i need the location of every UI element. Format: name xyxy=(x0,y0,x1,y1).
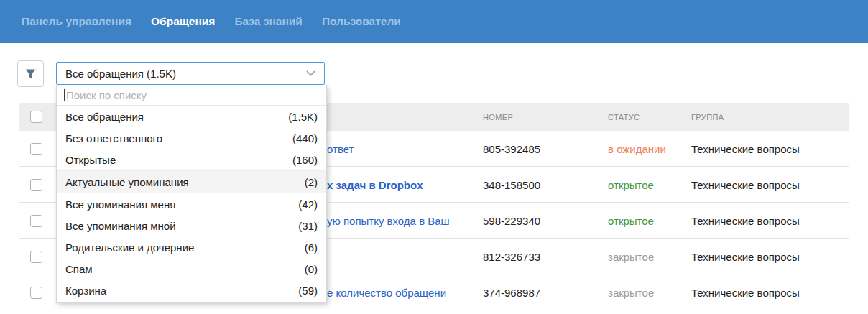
row-checkbox[interactable] xyxy=(30,215,42,227)
ticket-status: закрытое xyxy=(608,239,687,274)
row-checkbox[interactable] xyxy=(30,287,42,299)
ticket-group: Технические вопросы xyxy=(691,167,849,203)
filter-option-spam[interactable]: Спам (0) xyxy=(57,259,326,280)
ticket-number: 598-229340 xyxy=(483,203,598,239)
filter-option-mentions-by-me[interactable]: Все упоминания мной (31) xyxy=(57,216,326,237)
row-checkbox[interactable] xyxy=(30,179,42,191)
column-header-group: ГРУППА xyxy=(691,103,724,131)
ticket-number: 374-968987 xyxy=(483,274,598,310)
ticket-subject-link[interactable]: е количество обращени xyxy=(327,287,446,299)
filter-dropdown-panel: Все обращения (1.5K) Без ответственного … xyxy=(56,85,327,303)
option-count: (42) xyxy=(298,198,318,211)
text-cursor xyxy=(64,89,65,101)
option-count: (31) xyxy=(298,220,318,232)
row-checkbox[interactable] xyxy=(30,251,42,263)
filter-option-trash[interactable]: Корзина (59) xyxy=(57,280,326,302)
row-checkbox[interactable] xyxy=(30,143,42,155)
option-count: (59) xyxy=(298,285,318,297)
funnel-icon xyxy=(25,69,36,79)
ticket-subject-link[interactable]: ую попытку входа в Ваш xyxy=(327,215,450,227)
tab-tickets[interactable]: Обращения xyxy=(151,15,215,28)
filter-option-open[interactable]: Открытые (160) xyxy=(57,149,326,170)
ticket-number: 348-158500 xyxy=(483,167,598,203)
ticket-filter-select[interactable]: Все обращения (1.5K) xyxy=(56,62,325,85)
option-count: (1.5K) xyxy=(288,111,318,123)
top-nav: Панель управления Обращения База знаний … xyxy=(0,0,868,43)
ticket-status: в ожидании xyxy=(608,131,687,167)
dropdown-search[interactable] xyxy=(57,85,326,106)
chevron-down-icon xyxy=(306,70,315,76)
filter-option-actual-mentions[interactable]: Актуальные упоминания (2) xyxy=(57,170,326,193)
option-count: (0) xyxy=(305,263,318,275)
option-label: Все упоминания меня xyxy=(65,198,175,211)
option-label: Корзина xyxy=(65,285,106,297)
tab-knowledge-base[interactable]: База знаний xyxy=(234,15,302,28)
column-header-status: СТАТУС xyxy=(608,103,640,131)
option-label: Все упоминания мной xyxy=(65,220,176,232)
option-label: Актуальные упоминания xyxy=(65,176,189,188)
option-count: (160) xyxy=(292,154,318,166)
filter-option-mentions-of-me[interactable]: Все упоминания меня (42) xyxy=(57,193,326,215)
select-all-checkbox[interactable] xyxy=(30,111,42,123)
ticket-status: открытое xyxy=(608,167,687,203)
ticket-number: 805-392485 xyxy=(483,131,598,167)
option-label: Родительские и дочерние xyxy=(65,241,194,254)
column-header-number: НОМЕР xyxy=(483,103,513,131)
ticket-status: открытое xyxy=(608,203,687,239)
option-label: Все обращения xyxy=(65,111,144,123)
ticket-group: Технические вопросы xyxy=(691,239,849,274)
option-count: (440) xyxy=(292,132,318,144)
filter-option-parent-child[interactable]: Родительские и дочерние (6) xyxy=(57,237,326,259)
ticket-status: закрытое xyxy=(608,274,687,310)
option-label: Без ответственного xyxy=(65,132,162,144)
helpdesk-app: Панель управления Обращения База знаний … xyxy=(0,0,868,314)
option-count: (2) xyxy=(305,176,318,188)
filter-option-unassigned[interactable]: Без ответственного (440) xyxy=(57,127,326,149)
option-label: Открытые xyxy=(65,154,116,166)
ticket-number: 812-326733 xyxy=(483,239,598,274)
option-count: (6) xyxy=(305,241,318,254)
tab-users[interactable]: Пользователи xyxy=(322,15,401,28)
filter-option-all-tickets[interactable]: Все обращения (1.5K) xyxy=(57,106,326,127)
ticket-subject-link[interactable]: х задач в Dropbox xyxy=(327,179,423,191)
option-label: Спам xyxy=(65,263,93,275)
dropdown-search-input[interactable] xyxy=(66,89,319,101)
ticket-group: Технические вопросы xyxy=(691,131,849,167)
filter-options-list: Все обращения (1.5K) Без ответственного … xyxy=(57,106,326,302)
ticket-group: Технические вопросы xyxy=(691,203,849,239)
filter-button[interactable] xyxy=(17,60,44,87)
ticket-group: Технические вопросы xyxy=(691,274,849,310)
ticket-filter-selected-value: Все обращения (1.5K) xyxy=(65,68,306,80)
tab-dashboard[interactable]: Панель управления xyxy=(22,15,131,28)
ticket-subject-link[interactable]: ответ xyxy=(327,143,354,155)
